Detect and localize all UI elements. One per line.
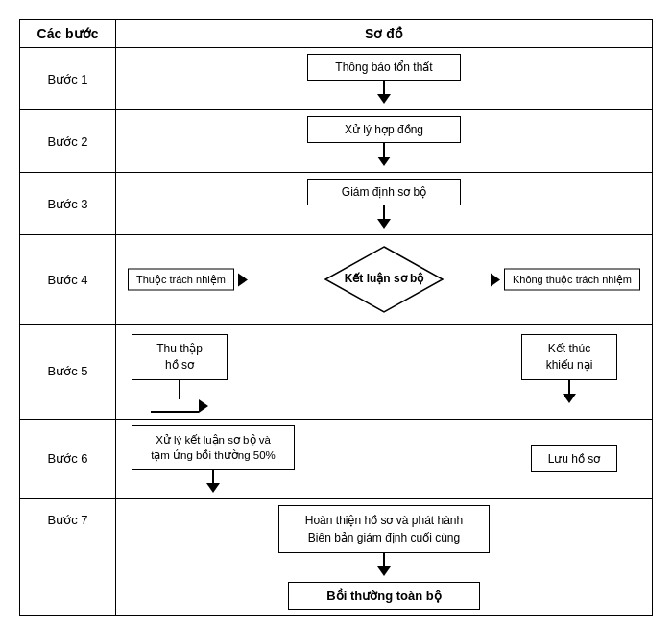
step1-label: Bước 1 — [20, 48, 116, 109]
row-step1: Bước 1 Thông báo tổn thất — [20, 48, 652, 110]
step5-content: Thu thập hồ sơ Kết thúc khiếu nại — [116, 325, 652, 419]
diamond-ket-luan: Kết luận sơ bộ — [322, 243, 446, 316]
step6-content: Xử lý kết luận sơ bộ và tạm ứng bồi thườ… — [116, 420, 652, 498]
step7-label: Bước 7 — [20, 499, 116, 615]
header-steps: Các bước — [20, 20, 116, 47]
arrow-down-2 — [377, 156, 391, 166]
box-boi-thuong: Bồi thường toàn bộ — [288, 582, 480, 610]
v-line-thu-thap — [179, 380, 180, 399]
left-branch-area: Thuộc trách nhiệm — [128, 269, 248, 291]
step5-label: Bước 5 — [20, 325, 116, 419]
v-line-xu-ly — [212, 470, 214, 483]
v-line-ket-thuc — [568, 380, 570, 394]
step4-content: Thuộc trách nhiệm Kết luận sơ bộ Không t… — [116, 235, 652, 324]
row-step5: Bước 5 Thu thập hồ sơ Kết thúc khiếu nại — [20, 325, 652, 420]
step3-label: Bước 3 — [20, 173, 116, 234]
box-xu-ly-ket-luan: Xử lý kết luận sơ bộ và tạm ứng bồi thườ… — [132, 425, 295, 470]
box-luu-ho-so: Lưu hồ sơ — [531, 445, 617, 472]
h-line-l — [151, 411, 199, 413]
arrow-down-ket-thuc — [563, 394, 576, 403]
arrow-right-right — [491, 273, 500, 286]
arrow-right-left — [238, 273, 248, 286]
box-thuoc-trach-nhiem: Thuộc trách nhiệm — [128, 269, 234, 291]
diamond-text: Kết luận sơ bộ — [345, 272, 424, 287]
row-step3: Bước 3 Giám định sơ bộ — [20, 173, 652, 235]
arrow-down-1 — [377, 94, 391, 104]
v-line-hoan-thien — [383, 553, 385, 566]
step4-label: Bước 4 — [20, 235, 116, 324]
header-row: Các bước Sơ đồ — [20, 20, 652, 48]
row-step6: Bước 6 Xử lý kết luận sơ bộ và tạm ứng b… — [20, 420, 652, 499]
step2-label: Bước 2 — [20, 110, 116, 172]
step3-content: Giám định sơ bộ — [116, 173, 652, 234]
flowchart-container: Các bước Sơ đồ Bước 1 Thông báo tổn thất… — [19, 19, 653, 616]
right-branch-area: Không thuộc trách nhiệm — [491, 269, 640, 291]
step6-label: Bước 6 — [20, 420, 116, 498]
box-hoan-thien: Hoàn thiện hồ sơ và phát hành Biên bản g… — [278, 505, 490, 553]
arrow-line-1 — [383, 81, 385, 94]
box-thu-thap: Thu thập hồ sơ — [132, 334, 228, 380]
arrow-down-xu-ly — [206, 483, 220, 493]
step7-content: Hoàn thiện hồ sơ và phát hành Biên bản g… — [116, 499, 652, 615]
arrow-line-2 — [383, 143, 385, 156]
step2-content: Xử lý hợp đồng — [116, 110, 652, 172]
box-xu-ly: Xử lý hợp đồng — [307, 116, 461, 143]
step3-connector: Giám định sơ bộ — [307, 179, 461, 229]
thu-thap-area: Thu thập hồ sơ — [132, 334, 228, 413]
row-step4: Bước 4 Thuộc trách nhiệm Kết luận sơ bộ … — [20, 235, 652, 325]
box-khong-thuoc: Không thuộc trách nhiệm — [504, 269, 640, 291]
row-step7: Bước 7 Hoàn thiện hồ sơ và phát hành Biê… — [20, 499, 652, 615]
arrow-line-3 — [383, 205, 385, 219]
box-ket-thuc: Kết thúc khiếu nại — [521, 334, 617, 380]
luu-ho-so-area: Lưu hồ sơ — [531, 445, 617, 472]
ket-thuc-area: Kết thúc khiếu nại — [521, 334, 617, 403]
arrow-down-hoan-thien — [377, 566, 391, 576]
step1-content: Thông báo tổn thất — [116, 48, 652, 109]
arrow-right-l — [199, 399, 208, 413]
row-step2: Bước 2 Xử lý hợp đồng — [20, 110, 652, 173]
box-thong-bao: Thông báo tổn thất — [307, 54, 461, 81]
xu-ly-ket-luan-area: Xử lý kết luận sơ bộ và tạm ứng bồi thườ… — [132, 425, 295, 493]
step1-connector: Thông báo tổn thất — [307, 54, 461, 104]
box-giam-dinh: Giám định sơ bộ — [307, 179, 461, 205]
step2-connector: Xử lý hợp đồng — [307, 116, 461, 166]
arrow-down-3 — [377, 219, 391, 229]
header-diagram: Sơ đồ — [116, 20, 652, 47]
l-turn — [151, 399, 208, 413]
